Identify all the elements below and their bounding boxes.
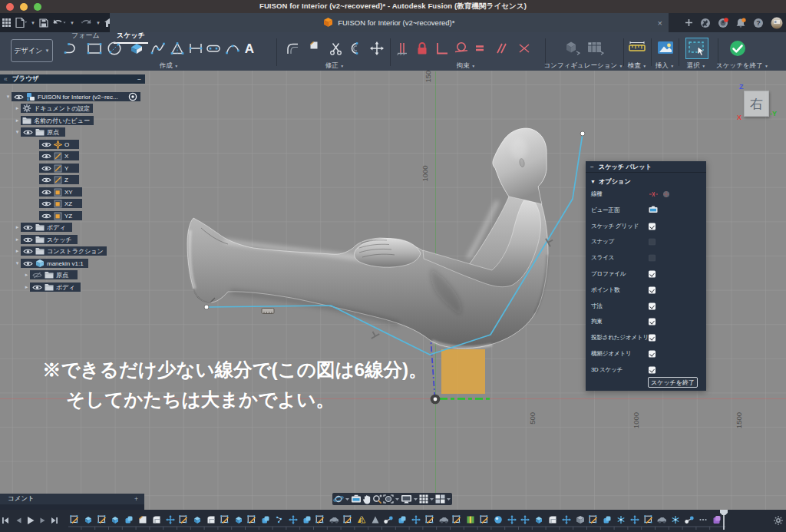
- tool-chamfer[interactable]: [309, 41, 319, 50]
- expand-caret-icon[interactable]: ▾: [14, 260, 21, 266]
- look-at-icon[interactable]: [649, 206, 658, 215]
- expand-caret-icon[interactable]: ▸: [23, 284, 30, 290]
- nav-caret-icon[interactable]: [429, 497, 434, 501]
- tool-c-tangent[interactable]: [454, 41, 469, 56]
- visibility-eye-icon[interactable]: [23, 236, 33, 243]
- visibility-eye-icon[interactable]: [32, 272, 42, 279]
- toolbar-group-修正[interactable]: 修正 ▼: [325, 61, 344, 71]
- checkbox-checked[interactable]: [649, 303, 656, 310]
- nav-caret-icon[interactable]: [446, 497, 451, 501]
- browser-row-xy[interactable]: XY: [32, 187, 82, 197]
- extensions-icon[interactable]: [700, 18, 711, 28]
- toolbar-group-スケッチを終了[interactable]: スケッチを終了 ▼: [716, 61, 768, 71]
- tool-circle[interactable]: [106, 41, 123, 56]
- tool-c-symmetry[interactable]: [517, 41, 532, 56]
- browser-row--[interactable]: ▸スケッチ: [14, 235, 78, 244]
- visibility-eye-icon[interactable]: [41, 213, 51, 220]
- visibility-eye-icon[interactable]: [41, 141, 51, 148]
- browser-row-z[interactable]: Z: [32, 175, 79, 184]
- browser-row-o[interactable]: O: [32, 140, 79, 149]
- tool-line[interactable]: [63, 41, 80, 56]
- tool-fillet[interactable]: [285, 41, 302, 56]
- checkbox-checked[interactable]: [649, 367, 656, 374]
- browser-row-yz[interactable]: YZ: [32, 211, 82, 220]
- browser-row--[interactable]: ▸ボディ: [23, 283, 81, 292]
- browser-panel-header[interactable]: « ブラウザ −: [0, 74, 145, 84]
- tool-c-perpendicular[interactable]: [434, 41, 449, 56]
- linetype-icons[interactable]: [649, 190, 670, 198]
- tool-insert-image[interactable]: [656, 39, 675, 56]
- fit-icon[interactable]: [383, 494, 394, 504]
- toolbar-group-選択[interactable]: 選択 ▼: [687, 61, 705, 71]
- visibility-eye-icon[interactable]: [41, 177, 51, 183]
- visibility-eye-icon[interactable]: [23, 248, 33, 255]
- timeline-settings-icon[interactable]: [774, 516, 784, 526]
- browser-row--[interactable]: ▸名前の付いたビュー: [14, 116, 94, 125]
- grid-settings-icon[interactable]: [419, 494, 428, 504]
- pan-hand-icon[interactable]: [362, 494, 372, 504]
- expand-caret-icon[interactable]: ▸: [14, 117, 21, 124]
- tool-offset[interactable]: [345, 41, 362, 56]
- expand-caret-icon[interactable]: ▸: [14, 248, 21, 254]
- tool-project[interactable]: [127, 41, 144, 56]
- checkbox-checked[interactable]: [649, 287, 656, 294]
- notifications-icon[interactable]: [735, 18, 746, 28]
- expand-caret-icon[interactable]: ▸: [14, 105, 21, 111]
- visibility-eye-icon[interactable]: [23, 224, 33, 231]
- tool-config-cube[interactable]: [561, 39, 581, 56]
- checkbox-unchecked[interactable]: [649, 239, 656, 246]
- add-comment-icon[interactable]: +: [134, 495, 138, 503]
- browser-row--[interactable]: ▸ドキュメントの設定: [14, 104, 93, 113]
- nav-caret-icon[interactable]: [413, 497, 418, 501]
- tool-c-vertical[interactable]: [395, 41, 410, 56]
- browser-row--[interactable]: ▾原点: [14, 127, 65, 137]
- visibility-eye-icon[interactable]: [32, 284, 42, 291]
- toolbar-group-挿入[interactable]: 挿入 ▼: [656, 61, 674, 71]
- browser-row-x[interactable]: X: [32, 151, 79, 160]
- tool-trim[interactable]: [328, 41, 345, 56]
- tool-spline[interactable]: [150, 41, 167, 56]
- tool-c-lock[interactable]: [414, 41, 430, 56]
- display-settings-icon[interactable]: [401, 494, 412, 504]
- browser-row-xz[interactable]: XZ: [32, 199, 82, 208]
- toolbar-group-コンフィギュレーション[interactable]: コンフィギュレーション ▼: [544, 61, 623, 71]
- comment-bar[interactable]: コメント +: [0, 494, 144, 504]
- undo-icon[interactable]: [52, 18, 66, 27]
- finish-sketch-button[interactable]: スケッチを終了: [648, 377, 698, 388]
- help-icon[interactable]: ?: [753, 18, 764, 28]
- checkbox-unchecked[interactable]: [649, 255, 656, 262]
- checkbox-checked[interactable]: [649, 271, 656, 278]
- browser-row--[interactable]: ▸原点: [23, 270, 78, 279]
- browser-row--[interactable]: ▸コンストラクション: [14, 246, 107, 256]
- visibility-eye-icon[interactable]: [23, 129, 33, 136]
- profile-region[interactable]: [441, 349, 485, 394]
- browser-row--[interactable]: ▸ボディ: [14, 223, 72, 232]
- zoom-icon[interactable]: [372, 494, 382, 504]
- orbit-icon[interactable]: [333, 494, 344, 504]
- checkbox-checked[interactable]: [649, 351, 656, 358]
- toolbar-tab-form[interactable]: フォーム: [71, 31, 100, 41]
- viewports-icon[interactable]: [435, 494, 445, 504]
- browser-row-fuison-for-interior-v2-rec-[interactable]: ▾FUISON for Interior (v2~rec...: [5, 92, 140, 101]
- palette-options-section[interactable]: ▼ オプション: [586, 173, 706, 187]
- viewport-canvas[interactable]: 1500100050010001500: [0, 71, 786, 510]
- nav-caret-icon[interactable]: [395, 497, 400, 501]
- visibility-eye-icon[interactable]: [41, 153, 51, 160]
- ground-pin-icon[interactable]: [128, 92, 137, 101]
- app-grid-icon[interactable]: [2, 18, 11, 27]
- tool-move[interactable]: [368, 41, 385, 56]
- nav-caret-icon[interactable]: [345, 497, 350, 501]
- timeline-marker-handle[interactable]: [720, 510, 728, 515]
- view-cube[interactable]: 右: [744, 91, 769, 117]
- tool-config-table[interactable]: [585, 39, 605, 56]
- toolbar-group-検査[interactable]: 検査 ▼: [628, 61, 646, 71]
- browser-minimize-icon[interactable]: −: [137, 75, 141, 83]
- origin-point[interactable]: [431, 395, 441, 405]
- undo-dropdown-icon[interactable]: ▼: [70, 21, 74, 25]
- tool-measure[interactable]: [627, 39, 647, 56]
- document-tab[interactable]: FUISON for Interior (v2~recovered)* ×: [110, 13, 669, 32]
- file-new-dropdown-icon[interactable]: ▼: [31, 21, 35, 25]
- browser-row-y[interactable]: Y: [32, 164, 79, 173]
- tool-rectangle[interactable]: [86, 41, 103, 56]
- toolbar-group-作成[interactable]: 作成 ▼: [160, 61, 178, 71]
